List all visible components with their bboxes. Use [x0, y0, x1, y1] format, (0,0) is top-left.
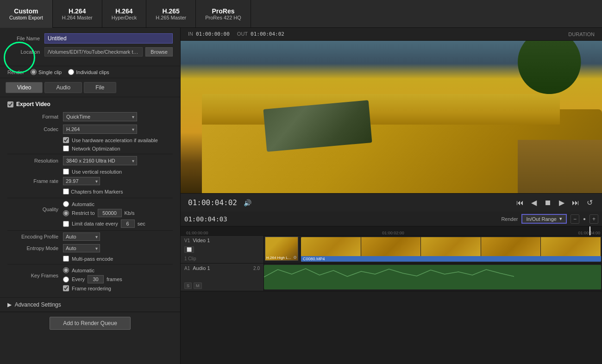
limit-data-checkbox[interactable]	[63, 221, 69, 227]
kf-automatic-radio[interactable]	[63, 267, 69, 273]
video-track-icons: ⬜	[184, 246, 260, 253]
in-point: IN 01:00:00:00	[188, 31, 230, 37]
render-dropdown-chevron: ▾	[559, 216, 562, 222]
resolution-select[interactable]: 3840 x 2160 Ultra HD	[63, 156, 137, 165]
encoding-profile-select[interactable]: Auto	[63, 232, 100, 241]
export-video-checkbox[interactable]	[7, 101, 13, 107]
entropy-mode-row: Entropy Mode Auto	[7, 244, 173, 252]
stop-button[interactable]: ⏹	[542, 198, 553, 208]
codec-label: Codec	[7, 126, 58, 132]
limit-data-value[interactable]	[121, 220, 135, 228]
kf-every-radio[interactable]	[63, 276, 69, 282]
kf-every-value[interactable]	[88, 275, 104, 283]
entropy-mode-select-wrapper[interactable]: Auto	[63, 244, 100, 252]
in-value: 01:00:00:00	[196, 31, 230, 37]
filename-label: File Name	[7, 36, 40, 41]
location-row: Location /Volumes/EDIT/YouTube/Checkmark…	[7, 47, 173, 56]
single-clip-radio[interactable]	[31, 69, 37, 75]
codec-select[interactable]: H.264	[63, 125, 137, 134]
use-vertical-checkbox[interactable]	[63, 169, 69, 175]
main-content: File Name Location /Volumes/EDIT/YouTube…	[0, 28, 602, 364]
skip-to-end-button[interactable]: ⏭	[570, 198, 581, 208]
skip-to-start-button[interactable]: ⏮	[514, 198, 526, 208]
quality-restrict-radio[interactable]	[63, 210, 69, 216]
add-to-queue-button[interactable]: Add to Render Queue	[50, 317, 131, 330]
use-vertical-row: Use vertical resolution	[63, 169, 173, 175]
timeline-zoom-in-button[interactable]: +	[589, 214, 598, 224]
export-video-header: Export Video	[7, 101, 173, 107]
restrict-value-input[interactable]	[98, 209, 122, 217]
tab-audio[interactable]: Audio	[44, 82, 82, 93]
chapters-label-text: Chapters from Markers	[71, 189, 123, 195]
framerate-select[interactable]: 29.97	[63, 177, 100, 185]
settings-icon[interactable]: ⚙	[293, 255, 297, 260]
audio-track-row: A1 Audio 1 2.0 S M	[181, 264, 602, 291]
out-label: OUT	[237, 31, 248, 37]
tab-custom[interactable]: Custom Custom Export	[0, 0, 53, 28]
chapters-checkbox[interactable]	[63, 188, 69, 195]
chevron-right-icon: ▶	[7, 301, 12, 308]
tab-h264[interactable]: H.264 H.264 Master	[53, 0, 102, 28]
single-clip-option[interactable]: Single clip	[31, 69, 62, 75]
browse-button[interactable]: Browse	[145, 47, 173, 56]
limit-data-row: Limit data rate every sec	[63, 220, 173, 228]
tab-file[interactable]: File	[84, 82, 116, 93]
solo-button[interactable]: S	[184, 282, 192, 289]
individual-clips-radio[interactable]	[68, 69, 74, 75]
quality-row: Quality Automatic Restrict to Kb/s	[7, 201, 173, 217]
video-track-clip-count: 1 Clip	[184, 256, 260, 261]
play-button[interactable]: ▶	[557, 197, 566, 208]
location-value: /Volumes/EDIT/YouTube/Checkmark tutorial	[44, 47, 143, 56]
filename-input[interactable]	[44, 33, 173, 44]
video-clip: C0080.MP4	[301, 237, 601, 262]
tab-video[interactable]: Video	[6, 82, 43, 93]
frame-reorder-checkbox[interactable]	[63, 285, 69, 291]
kf-every-option: Every frames	[63, 275, 122, 283]
tab-prores[interactable]: ProRes ProRes 422 HQ	[196, 0, 251, 28]
tab-hyperdeck[interactable]: H.264 HyperDeck	[102, 0, 146, 28]
codec-row: Codec H.264	[7, 125, 173, 134]
restrict-label: Restrict to	[72, 210, 95, 216]
video-track-name: Video 1	[193, 238, 210, 243]
individual-clips-option[interactable]: Individual clips	[68, 69, 109, 75]
tab-prores-title: ProRes	[212, 7, 235, 15]
hw-accel-row: Use hardware acceleration if available	[63, 137, 173, 143]
quality-restrict-option: Restrict to Kb/s	[63, 209, 135, 217]
tab-h265[interactable]: H.265 H.265 Master	[146, 0, 196, 28]
network-opt-checkbox[interactable]	[63, 145, 69, 151]
keyframes-row: Key Frames Automatic Every frames	[7, 267, 173, 283]
advanced-settings-row[interactable]: ▶ Advanced Settings	[0, 297, 180, 312]
multipass-label: Multi-pass encode	[72, 256, 113, 262]
framerate-select-wrapper[interactable]: 29.97	[63, 177, 100, 185]
entropy-mode-select[interactable]: Auto	[63, 244, 100, 252]
resolution-select-wrapper[interactable]: 3840 x 2160 Ultra HD	[63, 156, 137, 165]
video-track-icon-btn[interactable]: ⬜	[184, 246, 194, 253]
keyframes-label: Key Frames	[7, 273, 58, 278]
chapters-row: Chapters from Markers	[7, 188, 173, 195]
side-table	[518, 140, 602, 193]
volume-icon[interactable]: 🔊	[244, 199, 251, 207]
loop-button[interactable]: ↺	[585, 197, 595, 208]
tab-custom-title: Custom	[14, 7, 38, 15]
timeline-area: 01:00:04:03 Render In/Out Range ▾ − ● + …	[181, 212, 602, 364]
mute-button[interactable]: M	[194, 282, 202, 289]
framerate-label: Frame rate	[7, 178, 58, 184]
top-bar: Custom Custom Export H.264 H.264 Master …	[0, 0, 602, 28]
kf-every-label: Every	[72, 276, 85, 282]
codec-label: H.264 High L...	[266, 256, 291, 260]
encoding-profile-select-wrapper[interactable]: Auto	[63, 232, 100, 241]
left-panel: File Name Location /Volumes/EDIT/YouTube…	[0, 28, 181, 364]
timeline-zoom-out-button[interactable]: −	[571, 214, 579, 224]
audio-track-icons: S M	[184, 282, 260, 289]
hw-accel-checkbox[interactable]	[63, 137, 69, 143]
resolution-label: Resolution	[7, 158, 58, 163]
format-select[interactable]: QuickTime	[63, 112, 137, 121]
format-select-wrapper[interactable]: QuickTime	[63, 112, 137, 121]
render-dropdown[interactable]: In/Out Range ▾	[521, 214, 566, 224]
step-back-button[interactable]: ◀	[529, 197, 539, 208]
codec-select-wrapper[interactable]: H.264	[63, 125, 137, 134]
quality-automatic-radio[interactable]	[63, 201, 69, 207]
multipass-checkbox[interactable]	[63, 256, 69, 262]
limit-data-label: Limit data rate every	[72, 221, 118, 226]
clip-name-label: C0080.MP4	[303, 257, 325, 261]
